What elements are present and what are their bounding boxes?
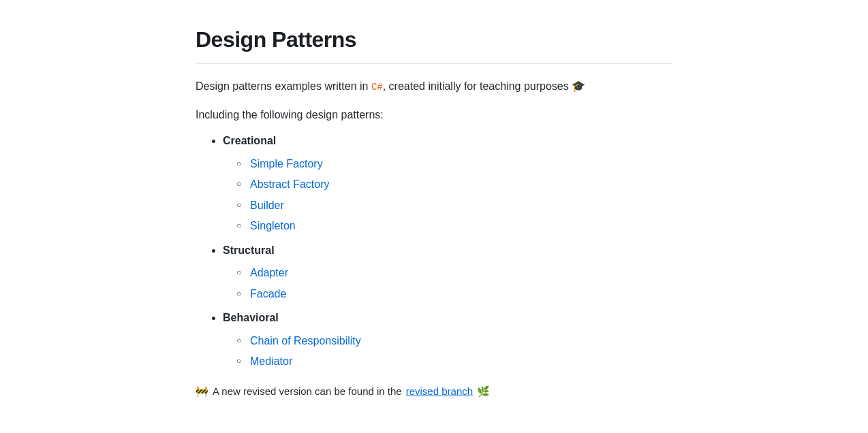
footer-link-branch: branch [441,385,473,397]
description-prefix: Design patterns examples written in [196,80,371,92]
behavioral-sub-list: Chain of Responsibility Mediator [223,331,672,372]
list-item: Singleton [236,216,672,236]
simple-factory-link[interactable]: Simple Factory [250,158,323,170]
title-divider [196,63,672,64]
category-creational: Creational Simple Factory Abstract Facto… [223,131,672,236]
singleton-link[interactable]: Singleton [250,220,296,231]
footer-emoji-left: 🚧 [196,383,208,400]
creational-sub-list: Simple Factory Abstract Factory Builder … [223,154,672,237]
description-emoji: 🎓 [572,80,585,92]
list-item: Simple Factory [236,154,672,174]
including-text: Including the following design patterns: [196,106,672,124]
description-code: C# [371,82,383,93]
builder-link[interactable]: Builder [250,199,284,211]
footer-link-revised: revised [406,385,439,397]
facade-link[interactable]: Facade [250,288,286,300]
list-item: Abstract Factory [236,174,672,195]
category-structural: Structural Adapter Facade [223,241,672,305]
adapter-link[interactable]: Adapter [250,267,288,278]
footer-note: 🚧 A new revised version can be found in … [196,383,672,400]
category-behavioral: Behavioral Chain of Responsibility Media… [223,308,672,372]
mediator-link[interactable]: Mediator [250,355,292,367]
list-item: Chain of Responsibility [236,331,672,351]
footer-emoji-right: 🌿 [477,383,490,400]
abstract-factory-link[interactable]: Abstract Factory [250,178,329,190]
description-suffix: , created initially for teaching purpose… [383,80,572,92]
list-item: Mediator [236,351,672,372]
main-container: Design Patterns Design patterns examples… [168,27,700,400]
pattern-list: Creational Simple Factory Abstract Facto… [196,131,672,372]
description: Design patterns examples written in C#, … [196,78,672,95]
list-item: Adapter [236,263,672,283]
revised-branch-link[interactable]: revised branch [406,383,473,400]
list-item: Facade [236,284,672,304]
list-item: Builder [236,195,672,216]
footer-text-prefix: A new revised version can be found in th… [213,383,402,400]
structural-sub-list: Adapter Facade [223,263,672,304]
chain-of-responsibility-link[interactable]: Chain of Responsibility [250,335,361,347]
page-title: Design Patterns [196,27,672,52]
